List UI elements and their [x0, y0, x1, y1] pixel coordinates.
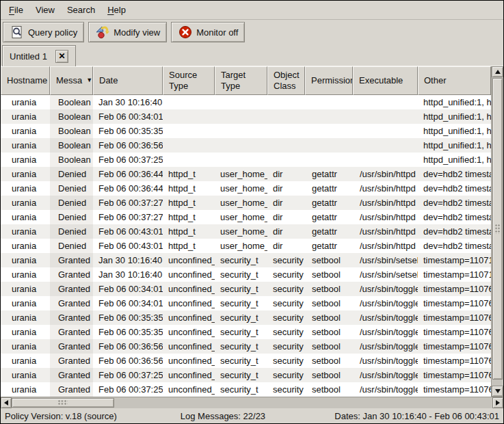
column-header-other[interactable]: Other: [418, 66, 491, 95]
cell-other: timestamp=11076: [418, 282, 491, 296]
cell-source: unconfined_: [163, 354, 215, 368]
horizontal-scroll-track[interactable]: [12, 397, 492, 408]
cell-message: Granted: [50, 382, 93, 397]
cell-source: [163, 109, 215, 124]
cell-other: dev=hdb2 timesta: [418, 239, 491, 253]
table-row[interactable]: uraniaBooleanJan 30 10:16:40httpd_unifie…: [1, 95, 491, 109]
cell-objclass: security: [267, 382, 305, 397]
table-row[interactable]: uraniaGrantedFeb 06 00:35:35unconfined_s…: [1, 325, 491, 339]
cell-executable: /usr/sbin/toggle: [353, 382, 418, 397]
cell-message: Denied: [50, 239, 93, 253]
column-header-permission[interactable]: Permission: [305, 66, 353, 95]
menu-help[interactable]: Help: [101, 2, 132, 18]
scroll-up-button[interactable]: [492, 66, 503, 77]
table-row[interactable]: uraniaGrantedFeb 06 00:36:56unconfined_s…: [1, 339, 491, 354]
cell-permission: setbool: [305, 267, 353, 282]
table-row[interactable]: uraniaGrantedFeb 06 00:36:56unconfined_s…: [1, 354, 491, 368]
column-header-objclass[interactable]: Object Class: [267, 66, 305, 95]
vertical-scroll-track[interactable]: [492, 77, 503, 386]
cell-executable: [353, 153, 418, 167]
table-row[interactable]: uraniaGrantedFeb 06 00:37:25unconfined_s…: [1, 368, 491, 382]
tab-untitled-1[interactable]: Untitled 1 ✕: [2, 45, 76, 66]
cell-other: dev=hdb2 timesta: [418, 224, 491, 239]
table-row[interactable]: uraniaBooleanFeb 06 00:35:35httpd_unifie…: [1, 124, 491, 138]
cell-date: Feb 06 00:35:35: [93, 325, 163, 339]
table-row[interactable]: uraniaGrantedFeb 06 00:34:01unconfined_s…: [1, 296, 491, 310]
cell-permission: [305, 124, 353, 138]
log-messages-status: Log Messages: 22/23: [150, 411, 296, 421]
modify-view-label: Modify view: [114, 27, 160, 38]
column-header-target[interactable]: Target Type: [215, 66, 267, 95]
table-row[interactable]: uraniaGrantedFeb 06 00:34:01unconfined_s…: [1, 282, 491, 296]
column-header-source[interactable]: Source Type: [163, 66, 215, 95]
horizontal-scrollbar[interactable]: [1, 397, 503, 408]
table-row[interactable]: uraniaDeniedFeb 06 00:36:44httpd_tuser_h…: [1, 181, 491, 196]
cell-source: unconfined_: [163, 368, 215, 382]
column-header-executable[interactable]: Executable: [353, 66, 418, 95]
cell-source: httpd_t: [163, 196, 215, 210]
tab-close-button[interactable]: ✕: [55, 50, 68, 63]
query-policy-button[interactable]: Query policy: [3, 22, 84, 42]
grip-icon: [495, 224, 501, 234]
monitor-off-button[interactable]: Monitor off: [171, 22, 245, 42]
cell-message: Granted: [50, 368, 93, 382]
monitor-off-icon: [178, 25, 193, 40]
cell-source: unconfined_: [163, 382, 215, 397]
column-header-label: Target Type: [221, 70, 263, 92]
table-row[interactable]: uraniaDeniedFeb 06 00:36:44httpd_tuser_h…: [1, 167, 491, 181]
cell-hostname: urania: [1, 196, 50, 210]
column-header-message[interactable]: Messa▼: [50, 66, 93, 95]
cell-other: dev=hdb2 timesta: [418, 167, 491, 181]
cell-message: Denied: [50, 167, 93, 181]
cell-executable: /usr/sbin/toggle: [353, 339, 418, 354]
cell-objclass: security: [267, 310, 305, 325]
cell-permission: getattr: [305, 196, 353, 210]
table-row[interactable]: uraniaDeniedFeb 06 00:43:01httpd_tuser_h…: [1, 224, 491, 239]
table-row[interactable]: uraniaDeniedFeb 06 00:43:01httpd_tuser_h…: [1, 239, 491, 253]
cell-target: security_t: [215, 325, 267, 339]
cell-hostname: urania: [1, 253, 50, 267]
cell-hostname: urania: [1, 153, 50, 167]
menu-search[interactable]: Search: [61, 2, 101, 18]
column-header-date[interactable]: Date: [93, 66, 163, 95]
table-row[interactable]: uraniaBooleanFeb 06 00:37:25httpd_unifie…: [1, 153, 491, 167]
cell-permission: setbool: [305, 368, 353, 382]
column-header-label: Other: [424, 75, 447, 86]
table-row[interactable]: uraniaGrantedJan 30 10:16:40unconfined_s…: [1, 267, 491, 282]
table-row[interactable]: uraniaGrantedFeb 06 00:37:25unconfined_s…: [1, 382, 491, 397]
horizontal-scroll-thumb[interactable]: [12, 398, 114, 408]
cell-permission: setbool: [305, 354, 353, 368]
scroll-down-button[interactable]: [492, 386, 503, 397]
cell-other: timestamp=11076: [418, 354, 491, 368]
menu-file[interactable]: File: [3, 2, 29, 18]
cell-source: unconfined_: [163, 296, 215, 310]
statusbar: Policy Version: v.18 (source) Log Messag…: [1, 408, 503, 423]
table-row[interactable]: uraniaGrantedFeb 06 00:35:35unconfined_s…: [1, 310, 491, 325]
cell-other: timestamp=11076: [418, 310, 491, 325]
table-header: HostnameMessa▼DateSource TypeTarget Type…: [1, 66, 491, 95]
query-policy-icon: [10, 25, 25, 40]
cell-target: security_t: [215, 339, 267, 354]
cell-executable: /usr/sbin/toggle: [353, 282, 418, 296]
table-row[interactable]: uraniaGrantedJan 30 10:16:40unconfined_s…: [1, 253, 491, 267]
cell-permission: setbool: [305, 382, 353, 397]
cell-permission: [305, 109, 353, 124]
cell-hostname: urania: [1, 296, 50, 310]
cell-objclass: security: [267, 325, 305, 339]
table-row[interactable]: uraniaDeniedFeb 06 00:37:27httpd_tuser_h…: [1, 210, 491, 224]
table-row[interactable]: uraniaBooleanFeb 06 00:36:56httpd_unifie…: [1, 138, 491, 153]
cell-objclass: dir: [267, 210, 305, 224]
column-header-hostname[interactable]: Hostname: [1, 66, 50, 95]
vertical-scroll-thumb[interactable]: [492, 78, 503, 380]
menu-view[interactable]: View: [29, 2, 61, 18]
cell-executable: /usr/sbin/setseb: [353, 253, 418, 267]
vertical-scrollbar[interactable]: [491, 66, 503, 397]
cell-source: unconfined_: [163, 253, 215, 267]
scroll-left-button[interactable]: [1, 397, 12, 408]
cell-hostname: urania: [1, 239, 50, 253]
table-row[interactable]: uraniaDeniedFeb 06 00:37:27httpd_tuser_h…: [1, 196, 491, 210]
modify-view-button[interactable]: Modify view: [88, 22, 167, 42]
table-row[interactable]: uraniaBooleanFeb 06 00:34:01httpd_unifie…: [1, 109, 491, 124]
sort-desc-icon: ▼: [86, 77, 92, 84]
scroll-right-button[interactable]: [492, 397, 503, 408]
